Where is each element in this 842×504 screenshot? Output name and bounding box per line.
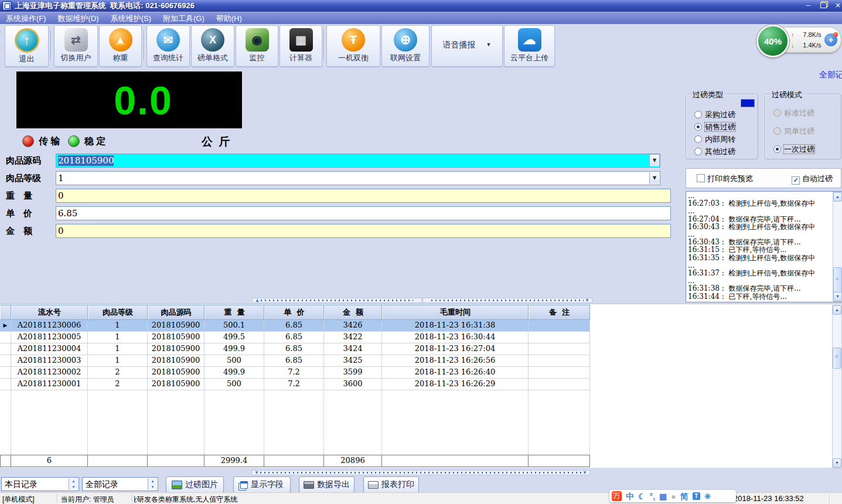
column-header-6[interactable]: 金 额 [324, 305, 382, 319]
log-scroll-thumb[interactable] [833, 267, 842, 294]
cell: 500.1 [204, 320, 264, 331]
button-show-fields[interactable]: 显示字段 [233, 476, 291, 493]
record-filter-combo-1[interactable]: 全部记录▲▼ [82, 477, 158, 491]
combo-arrow-icon[interactable]: ▼ [649, 172, 659, 184]
column-header-5[interactable]: 单 价 [264, 305, 324, 319]
log-scrollbar[interactable]: ▲ ▼ [833, 192, 842, 302]
column-header-3[interactable]: 肉品源码 [148, 305, 204, 319]
moon-icon[interactable]: ☾ [638, 491, 646, 502]
restore-button[interactable] [817, 0, 830, 11]
user-icon[interactable]: ● [671, 491, 676, 502]
table-row-1[interactable]: A20181123000512018105900499.56.853422201… [0, 332, 590, 343]
cell: 2018105900 [148, 332, 204, 343]
field-input-0[interactable]: 2018105900▼ [56, 154, 660, 168]
sogou-logo-icon[interactable]: 万 [612, 491, 622, 501]
toolbar-button-voice-broadcast[interactable]: 语音播报▼ [431, 25, 503, 67]
column-header-7[interactable]: 毛重时间 [382, 305, 529, 319]
grid-scrollbar[interactable]: ▲ ▼ [832, 305, 842, 468]
toolbar-button-weigh[interactable]: ▲称重 [99, 25, 142, 67]
table-row-3[interactable]: A201811230003120181059005006.8534252018-… [0, 355, 590, 367]
scroll-up-icon[interactable]: ▲ [833, 192, 842, 202]
checkbox-label: 打印前先预览 [707, 174, 753, 183]
field-input-3[interactable]: 6.85 [56, 206, 671, 220]
cell: 500 [204, 379, 264, 390]
button-weigh-photo[interactable]: 过磅图片 [166, 476, 224, 493]
menu-item-0[interactable]: 系统操作(F) [0, 13, 52, 24]
toolbar-button-switch-user[interactable]: ⇄切换用户 [54, 25, 98, 67]
table-row-0[interactable]: ▶A20181123000612018105900500.16.85342620… [0, 320, 590, 332]
checkbox-打印前先预览[interactable]: 打印前先预览 [697, 173, 753, 184]
radio-采购过磅[interactable]: 采购过磅 [694, 110, 735, 119]
radio-icon[interactable] [694, 123, 702, 131]
checkbox-icon[interactable]: ✓ [792, 176, 800, 185]
toolbar-button-network-settings[interactable]: ⊕联网设置 [381, 25, 429, 67]
net-speed-widget[interactable]: 40% ↑7.8K/s ↓1.4K/s + [758, 27, 841, 53]
table-row-4[interactable]: A20181123000222018105900499.97.235992018… [0, 367, 590, 379]
field-input-1[interactable]: 1▼ [56, 171, 660, 185]
spin-down-icon[interactable]: ▼ [148, 484, 157, 490]
spin-up-icon[interactable]: ▲ [148, 478, 157, 484]
records-grid-area: 流水号肉品等级肉品源码重 量单 价金 额毛重时间备 注▶A20181123000… [0, 304, 842, 468]
spinner-icon[interactable]: ▲▼ [148, 478, 157, 490]
column-header-2[interactable]: 肉品等级 [88, 305, 148, 319]
close-button[interactable]: × [831, 0, 842, 11]
toolbar-button-exit[interactable]: ↑退出 [5, 25, 49, 67]
skin-icon[interactable]: T [693, 492, 700, 500]
form-row-3: 单 价6.85 [0, 206, 703, 222]
radio-icon[interactable] [694, 135, 702, 143]
toolbar-button-dual-scale[interactable]: Ŧ一机双衡 [326, 25, 380, 67]
radio-其他过磅[interactable]: 其他过磅 [694, 147, 735, 156]
column-header-8[interactable]: 备 注 [529, 305, 590, 319]
scroll-up-icon[interactable]: ▲ [833, 305, 841, 315]
toolbar-button-monitor[interactable]: ◉监控 [236, 25, 278, 67]
radio-内部周转[interactable]: 内部周转 [694, 134, 735, 144]
table-row-2[interactable]: A20181123000412018105900499.96.853424201… [0, 343, 590, 355]
checkbox-自动过磅[interactable]: ✓自动过磅 [792, 173, 833, 185]
scroll-down-icon[interactable]: ▼ [833, 292, 842, 301]
toolbar-button-calculator[interactable]: ▦计算器 [279, 25, 322, 67]
simplified-icon[interactable]: 简 [680, 491, 688, 502]
menu-item-4[interactable]: 帮助(H) [210, 13, 248, 24]
radio-一次过磅[interactable]: 一次过磅 [773, 144, 814, 154]
all-records-link[interactable]: 全部记录 [819, 70, 842, 80]
column-header-4[interactable]: 重 量 [204, 305, 264, 319]
punctuation-icon[interactable]: °, [650, 491, 656, 502]
dropdown-arrow-icon: ▼ [486, 42, 492, 47]
field-input-4[interactable]: 0 [56, 224, 671, 238]
chinese-mode-icon[interactable]: 中 [626, 491, 634, 502]
settings-gear-icon[interactable]: ✳ [704, 491, 711, 502]
radio-销售过磅[interactable]: 销售过磅 [694, 122, 735, 131]
field-input-2[interactable]: 0 [56, 189, 671, 203]
spinner-icon[interactable]: ▲▼ [69, 478, 78, 490]
summary-cell-3 [148, 455, 204, 466]
record-filter-combo-0[interactable]: 本日记录▲▼ [1, 477, 79, 491]
minimize-button[interactable]: – [802, 0, 814, 11]
cell: A201811230004 [11, 343, 88, 355]
radio-icon[interactable] [773, 145, 781, 153]
toolbar-button-query-stats[interactable]: ✉查询统计 [146, 25, 190, 67]
toolbar-button-ticket-format[interactable]: X磅单格式 [191, 25, 234, 67]
combo-arrow-icon[interactable]: ▼ [649, 155, 659, 166]
table-row-5[interactable]: A201811230001220181059005007.236002018-1… [0, 379, 590, 390]
keyboard-icon[interactable]: ▦ [659, 491, 667, 502]
button-data-export[interactable]: 数据导出 [299, 476, 354, 493]
menu-item-3[interactable]: 附加工具(G) [157, 13, 210, 24]
weight-display: 0.0 [16, 71, 242, 128]
spin-down-icon[interactable]: ▼ [69, 484, 78, 490]
toolbar-button-cloud-upload[interactable]: ☁云平台上传 [504, 25, 555, 67]
selected-text: 2018105900 [58, 155, 114, 166]
radio-icon[interactable] [694, 148, 702, 155]
scroll-down-icon[interactable]: ▼ [833, 458, 841, 468]
menu-item-2[interactable]: 系统维护(S) [105, 13, 157, 24]
menu-item-1[interactable]: 数据维护(D) [52, 13, 105, 24]
network-icon: ⊕ [394, 28, 417, 52]
grid-scroll-thumb[interactable] [833, 348, 841, 369]
top-splitter-right[interactable]: ▼ [422, 298, 592, 303]
top-splitter-left[interactable]: ▲ [252, 298, 422, 303]
radio-icon[interactable] [694, 111, 702, 118]
radio-label: 一次过磅 [784, 145, 814, 154]
checkbox-icon[interactable] [697, 174, 705, 182]
spin-up-icon[interactable]: ▲ [69, 478, 78, 484]
button-report-print[interactable]: 报表打印 [363, 476, 419, 493]
column-header-1[interactable]: 流水号 [11, 305, 88, 319]
